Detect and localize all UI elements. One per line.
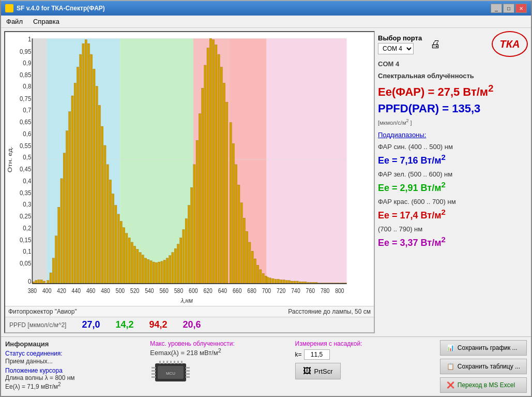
svg-text:480: 480 — [101, 288, 110, 295]
menu-file[interactable]: Файл — [3, 17, 26, 26]
ppfd-red-val: 94,2 — [149, 319, 167, 330]
svg-rect-174 — [151, 367, 156, 369]
svg-rect-183 — [163, 361, 164, 364]
svg-rect-40 — [71, 96, 73, 284]
svg-rect-113 — [269, 278, 271, 284]
svg-rect-63 — [134, 246, 136, 284]
svg-text:0,1: 0,1 — [23, 247, 31, 255]
svg-text:0,6: 0,6 — [23, 130, 31, 138]
spectral-header: Спектральная облучённость — [378, 72, 528, 80]
title-controls: _ □ ✕ — [491, 4, 527, 13]
svg-rect-87 — [199, 113, 201, 283]
red-range-val: Ee = 17,4 Вт/м2 — [378, 208, 528, 221]
svg-text:0,4: 0,4 — [23, 177, 31, 185]
port-label: Выбор порта — [378, 34, 422, 42]
svg-text:0,55: 0,55 — [20, 142, 31, 150]
svg-text:740: 740 — [291, 288, 300, 295]
svg-rect-56 — [115, 205, 117, 284]
svg-rect-188 — [181, 361, 183, 364]
title-bar-text: SF v.4.0 for ТКА-Спектр(ФАР) — [5, 4, 105, 12]
ppfd-green-val: 14,2 — [115, 319, 133, 330]
svg-rect-86 — [196, 140, 198, 284]
green-range-label: ФАР зел. (500 .. 600) нм — [378, 170, 528, 178]
max-irr-label: Макс. уровень облученности: — [150, 340, 290, 347]
svg-rect-81 — [183, 229, 185, 284]
red-range-label: ФАР крас. (600 .. 700) нм — [378, 198, 528, 205]
svg-rect-93 — [215, 45, 217, 284]
svg-rect-68 — [147, 259, 149, 284]
svg-rect-37 — [63, 153, 65, 284]
svg-text:0,5: 0,5 — [23, 153, 31, 161]
svg-rect-181 — [186, 376, 190, 378]
minimize-button[interactable]: _ — [491, 4, 502, 13]
wavelength-val: Длина волны λ = 800 нм — [5, 374, 145, 381]
chip-illustration: MCU 🌿 — [150, 361, 290, 386]
subranges-link[interactable]: Поддиапазоны: — [378, 131, 528, 139]
k-row: k= — [295, 349, 330, 360]
ee-cursor-val: Ee(λ) = 71,9 мВт/м2 — [5, 381, 145, 390]
svg-rect-38 — [66, 131, 68, 284]
svg-rect-70 — [153, 262, 155, 284]
svg-rect-88 — [202, 88, 204, 284]
svg-rect-5 — [266, 38, 346, 284]
svg-text:660: 660 — [233, 288, 241, 295]
svg-text:0,2: 0,2 — [23, 224, 31, 232]
save-chart-button[interactable]: 📊 Сохранить график ... — [440, 340, 527, 356]
svg-rect-53 — [107, 165, 109, 284]
svg-text:580: 580 — [174, 288, 183, 295]
svg-rect-59 — [123, 228, 125, 284]
svg-rect-77 — [172, 253, 174, 284]
port-select[interactable]: COM 4 COM 1 COM 2 COM 3 — [378, 43, 414, 54]
svg-rect-50 — [98, 105, 100, 283]
svg-rect-76 — [169, 256, 171, 284]
svg-rect-91 — [209, 38, 211, 284]
excel-button[interactable]: ❌ Переход в MS Excel — [440, 377, 527, 393]
title-bar: SF v.4.0 for ТКА-Спектр(ФАР) _ □ ✕ — [1, 1, 531, 16]
prtscr-button[interactable]: 🖼 PrtScr — [295, 363, 341, 379]
main-window: SF v.4.0 for ТКА-Спектр(ФАР) _ □ ✕ Файл … — [0, 0, 532, 397]
svg-rect-67 — [144, 258, 146, 284]
svg-rect-106 — [251, 251, 253, 284]
menu-help[interactable]: Справка — [30, 17, 63, 26]
svg-rect-177 — [151, 376, 156, 378]
svg-rect-117 — [280, 280, 282, 284]
svg-text:0,25: 0,25 — [20, 213, 31, 220]
svg-rect-64 — [136, 249, 139, 284]
tka-logo: ТКА — [492, 31, 528, 57]
svg-rect-104 — [246, 231, 248, 284]
svg-rect-82 — [185, 218, 187, 283]
svg-rect-34 — [55, 236, 57, 284]
right-panel: Выбор порта COM 4 COM 1 COM 2 COM 3 🖨 ТК… — [378, 31, 528, 333]
green-range-val: Ee = 2,91 Вт/м2 — [378, 180, 528, 194]
k-label: k= — [295, 351, 302, 358]
measure-column: Измерения с насадкой: k= 🖼 PrtScr — [295, 340, 435, 379]
svg-rect-71 — [155, 262, 157, 284]
ppfd-par-value: PPFD(PAR) = 135,3 — [378, 102, 528, 115]
save-table-button[interactable]: 📋 Сохранить таблицу ... — [440, 359, 527, 374]
svg-rect-105 — [249, 242, 251, 284]
svg-text:λ,нм: λ,нм — [180, 297, 193, 304]
svg-rect-108 — [257, 265, 259, 284]
svg-rect-60 — [126, 233, 128, 284]
svg-rect-52 — [104, 145, 106, 284]
svg-rect-118 — [283, 280, 285, 284]
svg-text:380: 380 — [28, 288, 37, 295]
svg-rect-80 — [180, 238, 182, 284]
svg-rect-51 — [101, 126, 103, 284]
svg-rect-107 — [254, 259, 256, 284]
svg-rect-74 — [163, 260, 165, 284]
svg-text:0,75: 0,75 — [20, 95, 31, 102]
close-button[interactable]: ✕ — [515, 4, 527, 13]
svg-rect-32 — [50, 273, 52, 284]
svg-text:0,45: 0,45 — [20, 166, 31, 173]
svg-rect-44 — [82, 43, 84, 284]
svg-text:780: 780 — [321, 288, 329, 295]
info-column: Информация Статус соединения: Прием данн… — [5, 340, 145, 390]
svg-text:0,85: 0,85 — [20, 71, 31, 79]
svg-text:0: 0 — [28, 277, 31, 285]
ppfd-bar: PPFD [мкмол/с/м^2] 27,0 14,2 94,2 20,6 — [5, 317, 374, 332]
svg-rect-89 — [204, 65, 206, 284]
k-input[interactable] — [304, 349, 330, 360]
svg-text:MCU: MCU — [166, 371, 175, 376]
maximize-button[interactable]: □ — [503, 4, 514, 13]
